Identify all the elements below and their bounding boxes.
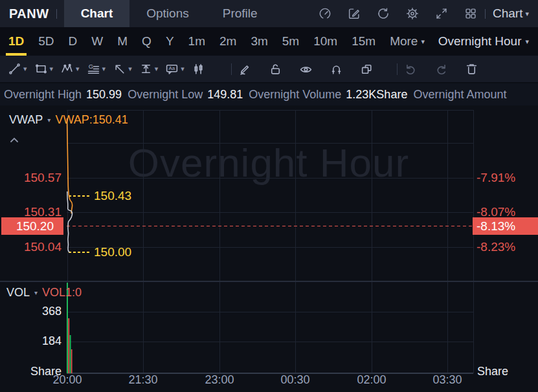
rectangle-icon — [34, 62, 48, 76]
redo-button[interactable] — [434, 62, 448, 76]
undo-button[interactable] — [404, 62, 418, 76]
last-price-tag: 150.20 — [1, 217, 63, 235]
overnight-low-label: Overnight Low — [128, 88, 203, 102]
time-tick: 02:00 — [346, 373, 398, 387]
timeframe-more-label: More — [390, 34, 418, 49]
time-tick: 03:30 — [421, 373, 473, 387]
caret-down-icon[interactable]: ▾ — [34, 289, 38, 296]
gauge-icon[interactable] — [318, 6, 332, 21]
time-tick: 23:00 — [194, 373, 245, 387]
vwap-indicator-value: VWAP:150.41 — [55, 113, 128, 127]
price-range-icon — [139, 62, 153, 76]
volume-axis-label: 184 — [0, 334, 62, 348]
timeframe-5d[interactable]: 5D — [31, 27, 61, 56]
chevron-up-icon[interactable] — [10, 134, 19, 146]
candle-pattern-tool[interactable] — [192, 62, 205, 76]
tab-options[interactable]: Options — [129, 0, 205, 27]
overnight-amount-label: Overnight Amount — [413, 88, 506, 102]
timeframe-10m[interactable]: 10m — [306, 27, 344, 56]
timeframe-w[interactable]: W — [84, 27, 110, 56]
clone-icon — [360, 62, 374, 76]
session-low-annotation: 150.00 — [94, 245, 131, 259]
top-navigation-bar: PANW Chart Options Profile — [0, 0, 538, 27]
candle-pattern-icon — [192, 62, 205, 76]
timeframe-2m[interactable]: 2m — [212, 27, 243, 56]
session-dropdown-label: Overnight Hour — [438, 34, 522, 49]
time-tick: 00:30 — [269, 373, 321, 387]
svg-text:Aa: Aa — [169, 65, 175, 71]
timeframe-m[interactable]: M — [110, 27, 135, 56]
volume-unit-right: Share — [477, 365, 508, 378]
vwap-indicator-name[interactable]: VWAP — [9, 113, 43, 127]
timeframe-1m[interactable]: 1m — [181, 27, 212, 56]
caret-down-icon: ▾ — [525, 38, 529, 45]
volume-indicator-value: VOL1:0 — [42, 286, 82, 299]
volume-indicator-name[interactable]: VOL — [6, 286, 30, 299]
main-gridlines-horizontal — [67, 110, 473, 247]
refresh-icon[interactable] — [376, 6, 390, 21]
text-note-tool[interactable]: Aa ▾ — [165, 62, 186, 76]
unlock-tool[interactable] — [269, 62, 282, 76]
layout-grid-icon[interactable] — [464, 6, 478, 21]
chart-view-dropdown[interactable]: Chart ▾ — [493, 6, 529, 21]
overnight-high-value: 150.99 — [86, 88, 122, 102]
timeframe-y[interactable]: Y — [159, 27, 181, 56]
session-info-line: Overnight High 150.99 Overnight Low 149.… — [0, 83, 538, 105]
trend-line-icon — [8, 62, 21, 76]
last-pct-tag: -8.13% — [473, 217, 538, 235]
free-draw-tool[interactable] — [238, 62, 252, 76]
visibility-tool[interactable] — [299, 62, 313, 76]
volume-axis-label: 368 — [0, 305, 62, 318]
tab-chart[interactable]: Chart — [64, 0, 130, 27]
volume-indicator-row: VOL ▾ VOL1:0 — [6, 286, 82, 299]
caret-down-icon: ▾ — [50, 65, 54, 72]
caret-down-icon: ▾ — [102, 65, 106, 72]
divider — [397, 63, 398, 75]
wave-pattern-tool[interactable]: ▾ — [60, 62, 81, 76]
price-range-tool[interactable]: ▾ — [139, 62, 160, 76]
timeframe-d[interactable]: D — [62, 27, 85, 56]
overnight-low-value: 149.81 — [207, 88, 243, 102]
price-axis-label: 150.57 — [0, 171, 62, 185]
caret-down-icon: ▾ — [421, 38, 425, 45]
caret-down-icon: ▾ — [525, 10, 529, 17]
chart-view-dropdown-label: Chart — [493, 6, 522, 21]
arrow-tool[interactable]: ▾ — [113, 62, 133, 76]
arrow-icon — [113, 62, 126, 76]
annotate-icon[interactable] — [347, 6, 361, 21]
caret-down-icon: ▾ — [23, 65, 27, 72]
settings-gear-icon[interactable] — [405, 6, 420, 21]
timeframe-3m[interactable]: 3m — [243, 27, 275, 56]
delete-all-button[interactable] — [465, 62, 478, 76]
magnet-tool[interactable] — [330, 62, 343, 76]
free-draw-icon — [238, 62, 252, 76]
caret-down-icon[interactable]: ▾ — [47, 116, 50, 124]
session-dropdown[interactable]: Overnight Hour ▾ — [438, 34, 529, 49]
fullscreen-expand-icon[interactable] — [434, 6, 449, 21]
timeframe-more-dropdown[interactable]: More ▾ — [383, 27, 432, 56]
redo-icon — [434, 62, 448, 76]
timeframe-1d[interactable]: 1D — [1, 27, 31, 56]
chart-region[interactable]: Overnight Hour — [0, 105, 538, 392]
pct-axis-label: -8.23% — [476, 240, 515, 254]
delete-trash-icon — [465, 62, 478, 76]
caret-down-icon: ▾ — [155, 65, 159, 72]
time-tick: 21:30 — [117, 373, 169, 387]
magnet-icon — [330, 62, 343, 76]
plot-canvas — [0, 105, 538, 392]
trend-line-tool[interactable]: ▾ — [8, 62, 28, 76]
clone-tool[interactable] — [360, 62, 374, 76]
timeframe-q[interactable]: Q — [135, 27, 159, 56]
trading-app-window: PANW Chart Options Profile — [0, 0, 538, 392]
divider — [231, 63, 232, 75]
rectangle-tool[interactable]: ▾ — [34, 62, 55, 76]
timeframe-5m[interactable]: 5m — [275, 27, 306, 56]
text-note-icon: Aa — [165, 62, 179, 76]
tab-profile[interactable]: Profile — [206, 0, 275, 27]
gann-lines-tool[interactable]: G ▾ — [87, 62, 107, 76]
price-axis-label: 150.04 — [0, 240, 62, 254]
session-high-annotation: 150.43 — [94, 189, 131, 203]
wave-pattern-icon — [60, 62, 74, 76]
symbol-title: PANW — [9, 6, 49, 21]
timeframe-15m[interactable]: 15m — [344, 27, 383, 56]
